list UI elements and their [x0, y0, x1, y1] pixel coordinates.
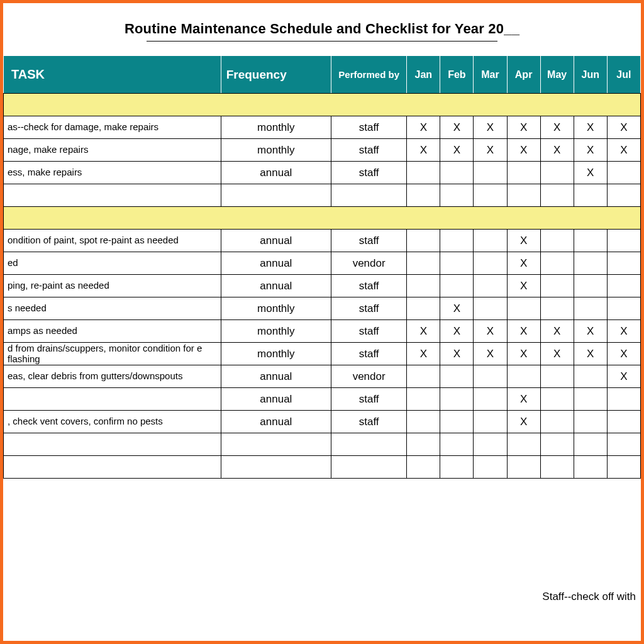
month-cell — [574, 184, 607, 207]
month-cell — [507, 365, 540, 388]
month-cell: X — [574, 139, 607, 162]
section-band-cell — [4, 94, 641, 116]
month-cell — [474, 230, 507, 252]
month-cell — [607, 388, 640, 411]
month-cell: X — [440, 297, 474, 320]
month-cell: X — [607, 139, 640, 162]
task-cell: ed — [4, 252, 221, 275]
month-cell — [440, 388, 474, 411]
month-cell: X — [607, 116, 640, 139]
frequency-cell: monthly — [221, 320, 331, 343]
month-cell: X — [540, 116, 574, 139]
month-cell — [540, 433, 574, 456]
table-row: eas, clear debris from gutters/downspout… — [4, 365, 641, 388]
month-cell — [540, 184, 574, 207]
table-row: annualstaffX — [4, 388, 641, 411]
month-cell — [540, 411, 574, 433]
month-cell: X — [540, 343, 574, 365]
month-cell: X — [440, 343, 474, 365]
month-cell — [440, 365, 474, 388]
frequency-cell: annual — [221, 230, 331, 252]
header-month: Jul — [607, 56, 640, 94]
month-cell: X — [507, 116, 540, 139]
month-cell: X — [407, 116, 440, 139]
month-cell: X — [507, 275, 540, 297]
month-cell — [407, 456, 440, 479]
month-cell: X — [407, 139, 440, 162]
task-cell: nage, make repairs — [4, 139, 221, 162]
month-cell — [607, 184, 640, 207]
month-cell — [407, 388, 440, 411]
month-cell — [574, 297, 607, 320]
page-title: Routine Maintenance Schedule and Checkli… — [3, 3, 641, 41]
header-month: Feb — [440, 56, 474, 94]
month-cell — [540, 162, 574, 184]
frequency-cell: annual — [221, 162, 331, 184]
month-cell — [407, 297, 440, 320]
month-cell: X — [574, 320, 607, 343]
month-cell — [440, 411, 474, 433]
month-cell — [507, 184, 540, 207]
task-cell: amps as needed — [4, 320, 221, 343]
month-cell — [407, 252, 440, 275]
month-cell — [574, 252, 607, 275]
table-row: as--check for damage, make repairsmonthl… — [4, 116, 641, 139]
month-cell: X — [440, 139, 474, 162]
month-cell — [540, 297, 574, 320]
month-cell — [574, 411, 607, 433]
month-cell: X — [607, 343, 640, 365]
month-cell — [474, 297, 507, 320]
month-cell — [474, 433, 507, 456]
task-cell: s needed — [4, 297, 221, 320]
task-cell — [4, 433, 221, 456]
month-cell — [607, 297, 640, 320]
month-cell: X — [574, 116, 607, 139]
task-cell — [4, 184, 221, 207]
frequency-cell: monthly — [221, 343, 331, 365]
month-cell — [607, 411, 640, 433]
header-month: Mar — [474, 56, 507, 94]
table-row: ping, re-paint as neededannualstaffX — [4, 275, 641, 297]
month-cell — [407, 275, 440, 297]
month-cell: X — [507, 343, 540, 365]
month-cell — [440, 162, 474, 184]
table-row: d from drains/scuppers, monitor conditio… — [4, 343, 641, 365]
header-performed: Performed by — [331, 56, 407, 94]
task-cell: , check vent covers, confirm no pests — [4, 411, 221, 433]
task-cell — [4, 388, 221, 411]
month-cell: X — [440, 116, 474, 139]
month-cell: X — [474, 139, 507, 162]
month-cell — [474, 252, 507, 275]
section-band — [4, 94, 641, 116]
section-band-cell — [4, 207, 641, 230]
header-task: TASK — [4, 56, 221, 94]
month-cell — [574, 230, 607, 252]
performed-cell — [331, 433, 407, 456]
performed-cell: staff — [331, 116, 407, 139]
month-cell: X — [507, 252, 540, 275]
table-row: , check vent covers, confirm no pestsann… — [4, 411, 641, 433]
performed-cell: staff — [331, 139, 407, 162]
month-cell: X — [474, 320, 507, 343]
month-cell — [574, 365, 607, 388]
month-cell — [607, 252, 640, 275]
frequency-cell: annual — [221, 411, 331, 433]
month-cell — [607, 275, 640, 297]
month-cell — [607, 433, 640, 456]
frequency-cell: annual — [221, 275, 331, 297]
month-cell — [507, 456, 540, 479]
month-cell — [474, 456, 507, 479]
frequency-cell — [221, 456, 331, 479]
month-cell: X — [474, 116, 507, 139]
frequency-cell — [221, 184, 331, 207]
month-cell — [507, 162, 540, 184]
month-cell — [540, 230, 574, 252]
month-cell — [474, 411, 507, 433]
performed-cell: staff — [331, 162, 407, 184]
header-row: TASK Frequency Performed by Jan Feb Mar … — [4, 56, 641, 94]
table-row: ess, make repairsannualstaffX — [4, 162, 641, 184]
frequency-cell: annual — [221, 365, 331, 388]
month-cell: X — [507, 411, 540, 433]
frequency-cell: annual — [221, 252, 331, 275]
month-cell — [574, 433, 607, 456]
